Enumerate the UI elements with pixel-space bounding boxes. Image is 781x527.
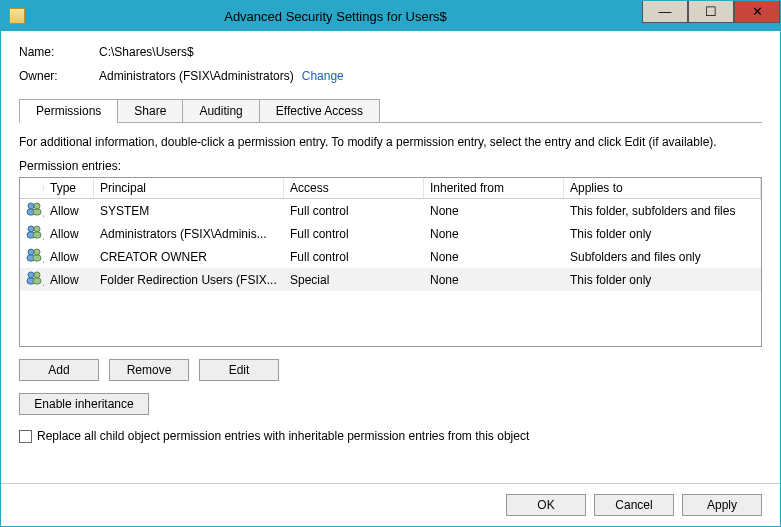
enable-inheritance-button[interactable]: Enable inheritance	[19, 393, 149, 415]
tab-effective-access[interactable]: Effective Access	[259, 99, 380, 123]
security-settings-window: Advanced Security Settings for Users$ — …	[0, 0, 781, 527]
col-principal[interactable]: Principal	[94, 178, 284, 198]
col-access[interactable]: Access	[284, 178, 424, 198]
owner-label: Owner:	[19, 69, 99, 83]
cell-access: Special	[284, 271, 424, 289]
col-inherited[interactable]: Inherited from	[424, 178, 564, 198]
svg-point-4	[28, 226, 34, 232]
change-owner-link[interactable]: Change	[302, 69, 344, 83]
svg-rect-7	[33, 232, 41, 238]
maximize-button[interactable]: ☐	[688, 1, 734, 23]
cell-type: Allow	[44, 248, 94, 266]
folder-icon	[9, 8, 25, 24]
entry-buttons-row: Add Remove Edit	[19, 359, 762, 381]
info-text: For additional information, double-click…	[19, 135, 762, 149]
cell-principal: CREATOR OWNER	[94, 248, 284, 266]
cell-inherited: None	[424, 225, 564, 243]
col-icon[interactable]	[20, 185, 44, 191]
ok-button[interactable]: OK	[506, 494, 586, 516]
cell-access: Full control	[284, 202, 424, 220]
replace-checkbox[interactable]	[19, 430, 32, 443]
add-button[interactable]: Add	[19, 359, 99, 381]
cancel-button[interactable]: Cancel	[594, 494, 674, 516]
edit-button[interactable]: Edit	[199, 359, 279, 381]
table-row[interactable]: AllowSYSTEMFull controlNoneThis folder, …	[20, 199, 761, 222]
table-row[interactable]: AllowAdministrators (FSIX\Adminis...Full…	[20, 222, 761, 245]
inheritance-row: Enable inheritance	[19, 393, 762, 415]
name-value: C:\Shares\Users$	[99, 45, 194, 59]
grid-header: Type Principal Access Inherited from App…	[20, 178, 761, 199]
close-button[interactable]: ✕	[734, 1, 780, 23]
name-field-row: Name: C:\Shares\Users$	[19, 45, 762, 59]
cell-principal: Folder Redirection Users (FSIX...	[94, 271, 284, 289]
cell-principal: SYSTEM	[94, 202, 284, 220]
svg-point-0	[28, 203, 34, 209]
cell-inherited: None	[424, 202, 564, 220]
tab-permissions[interactable]: Permissions	[19, 99, 118, 123]
window-controls: — ☐ ✕	[642, 1, 780, 23]
apply-button[interactable]: Apply	[682, 494, 762, 516]
entries-label: Permission entries:	[19, 159, 762, 173]
users-icon	[26, 224, 42, 240]
cell-type: Allow	[44, 271, 94, 289]
table-row[interactable]: AllowCREATOR OWNERFull controlNoneSubfol…	[20, 245, 761, 268]
svg-point-12	[28, 272, 34, 278]
cell-type: Allow	[44, 225, 94, 243]
cell-applies: Subfolders and files only	[564, 248, 761, 266]
table-row[interactable]: AllowFolder Redirection Users (FSIX...Sp…	[20, 268, 761, 291]
cell-type: Allow	[44, 202, 94, 220]
content-area: Name: C:\Shares\Users$ Owner: Administra…	[1, 31, 780, 483]
permission-entries-grid: Type Principal Access Inherited from App…	[19, 177, 762, 347]
users-icon	[26, 270, 42, 286]
svg-point-5	[34, 226, 40, 232]
cell-applies: This folder only	[564, 225, 761, 243]
users-icon	[26, 247, 42, 263]
svg-point-1	[34, 203, 40, 209]
titlebar: Advanced Security Settings for Users$ — …	[1, 1, 780, 31]
footer: OK Cancel Apply	[1, 483, 780, 526]
remove-button[interactable]: Remove	[109, 359, 189, 381]
svg-rect-3	[33, 209, 41, 215]
svg-point-9	[34, 249, 40, 255]
cell-inherited: None	[424, 248, 564, 266]
svg-rect-15	[33, 278, 41, 284]
tab-auditing[interactable]: Auditing	[182, 99, 259, 123]
col-applies[interactable]: Applies to	[564, 178, 761, 198]
cell-applies: This folder, subfolders and files	[564, 202, 761, 220]
replace-checkbox-label: Replace all child object permission entr…	[37, 429, 529, 443]
tab-bar: Permissions Share Auditing Effective Acc…	[19, 99, 762, 123]
owner-field-row: Owner: Administrators (FSIX\Administrato…	[19, 69, 762, 83]
owner-value: Administrators (FSIX\Administrators)	[99, 69, 294, 83]
name-label: Name:	[19, 45, 99, 59]
minimize-button[interactable]: —	[642, 1, 688, 23]
tab-share[interactable]: Share	[117, 99, 183, 123]
svg-rect-11	[33, 255, 41, 261]
cell-principal: Administrators (FSIX\Adminis...	[94, 225, 284, 243]
cell-access: Full control	[284, 248, 424, 266]
replace-checkbox-row: Replace all child object permission entr…	[19, 429, 762, 443]
grid-body: AllowSYSTEMFull controlNoneThis folder, …	[20, 199, 761, 291]
svg-point-13	[34, 272, 40, 278]
col-type[interactable]: Type	[44, 178, 94, 198]
cell-applies: This folder only	[564, 271, 761, 289]
window-title: Advanced Security Settings for Users$	[31, 9, 640, 24]
cell-access: Full control	[284, 225, 424, 243]
cell-inherited: None	[424, 271, 564, 289]
svg-point-8	[28, 249, 34, 255]
users-icon	[26, 201, 42, 217]
